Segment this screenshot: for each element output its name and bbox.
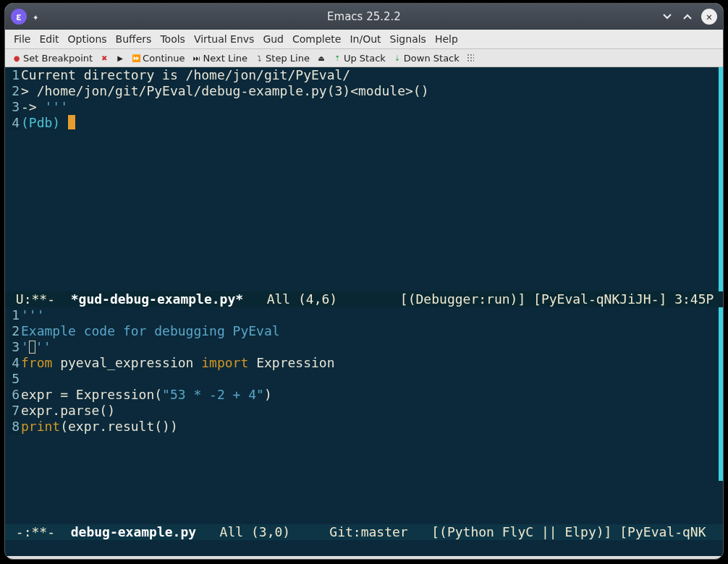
menu-signals[interactable]: Signals [387,32,429,46]
tb-label: Up Stack [344,53,386,64]
tb-more[interactable] [465,52,478,64]
panes: 1 2 3 4 Current directory is /home/jon/g… [5,67,723,556]
tb-label: Down Stack [404,53,460,64]
cursor [29,341,35,354]
kw: print [21,419,60,434]
up-stack-icon: ⇡ [333,54,342,62]
text: ''' [45,99,69,114]
window-controls: ✕ [661,9,717,25]
modeline-source[interactable]: -:**- debug-example.py All (3,0) Git:mas… [5,524,723,540]
source-content[interactable]: ''' Example code for debugging PyEval ''… [20,307,723,435]
next-line-icon: ⏭ [192,54,201,62]
tb-continue[interactable]: ⏩ Continue [130,51,189,65]
buffer-name: *gud-debug-example.py* [71,291,243,307]
pane-source[interactable]: 1 2 3 4 5 6 7 8 ''' Example code for deb… [5,307,723,524]
start-icon: ▶ [116,54,124,62]
text: Expression [248,355,334,370]
emacs-window: ε ✦ Emacs 25.2.2 ✕ File Edit Options Buf… [4,3,724,560]
text: pyeval_expression [52,355,201,370]
text: expr = Expression( [21,387,162,402]
text: Example code for debugging PyEval [21,323,280,338]
kw: import [201,355,248,370]
text: (expr.result()) [60,419,178,434]
step-line-icon: ⤵ [255,54,263,62]
menubar: File Edit Options Buffers Tools Virtual … [5,30,723,48]
tb-up-stack[interactable]: ⇡ Up Stack [331,51,390,65]
tb-clear-breakpoint[interactable]: ✖ [98,53,113,64]
pdb-prompt: (Pdb) [21,115,68,130]
menu-file[interactable]: File [11,32,33,46]
menu-edit[interactable]: Edit [36,32,62,46]
cursor [68,115,75,129]
text: expr.parse() [21,403,115,418]
pin-icon[interactable]: ✦ [33,11,38,22]
tb-down-stack[interactable]: ⇣ Down Stack [391,51,464,65]
text: Current directory is /home/jon/git/PyEva… [21,67,350,82]
menu-options[interactable]: Options [65,32,110,46]
text: > /home/jon/git/PyEval/debug-example.py(… [21,83,429,98]
text: ) [264,387,272,402]
text: ' [21,339,29,354]
tb-set-breakpoint[interactable]: ● Set Breakpoint [11,51,97,65]
tb-finish[interactable]: ⏏ [316,53,330,64]
tb-start[interactable]: ▶ [114,53,129,64]
line-numbers: 1 2 3 4 5 6 7 8 [9,307,20,435]
finish-icon: ⏏ [317,54,326,62]
text: "53 * -2 + 4" [162,387,264,402]
kw: from [21,355,52,370]
tb-label: Step Line [266,53,310,64]
clear-breakpoint-icon: ✖ [100,54,109,62]
toolbar: ● Set Breakpoint ✖ ▶ ⏩ Continue ⏭ Next L… [5,48,723,67]
close-icon[interactable]: ✕ [701,9,717,25]
scrollbar-right[interactable] [719,307,723,481]
menu-inout[interactable]: In/Out [347,32,384,46]
menu-help[interactable]: Help [432,32,461,46]
tb-next-line[interactable]: ⏭ Next Line [191,51,253,65]
breakpoint-icon: ● [12,54,21,62]
tb-label: Continue [143,53,185,64]
tb-label: Next Line [203,53,248,64]
scrollbar-right[interactable] [719,67,723,291]
pane-gud[interactable]: 1 2 3 4 Current directory is /home/jon/g… [5,67,723,291]
text: -> [21,99,45,114]
emacs-icon: ε [11,9,27,25]
menu-buffers[interactable]: Buffers [113,32,155,46]
text: ''' [21,307,45,322]
maximize-icon[interactable] [681,10,694,23]
tb-step-line[interactable]: ⤵ Step Line [253,51,314,65]
menu-tools[interactable]: Tools [157,32,188,46]
buffer-name: debug-example.py [71,524,196,539]
tb-label: Set Breakpoint [23,53,93,64]
more-icon [467,54,474,62]
minimize-icon[interactable] [661,10,674,23]
modeline-gud[interactable]: U:**- *gud-debug-example.py* All (4,6) [… [5,291,723,307]
gud-content[interactable]: Current directory is /home/jon/git/PyEva… [20,67,723,131]
menu-virtualenvs[interactable]: Virtual Envs [191,32,258,46]
text: '' [35,339,51,354]
minibuffer[interactable] [5,540,723,556]
down-stack-icon: ⇣ [393,54,402,62]
line-numbers: 1 2 3 4 [9,67,20,131]
menu-complete[interactable]: Complete [289,32,344,46]
continue-icon: ⏩ [132,54,140,62]
window-title: Emacs 25.2.2 [5,10,723,23]
menu-gud[interactable]: Gud [260,32,287,46]
titlebar[interactable]: ε ✦ Emacs 25.2.2 ✕ [5,4,723,30]
